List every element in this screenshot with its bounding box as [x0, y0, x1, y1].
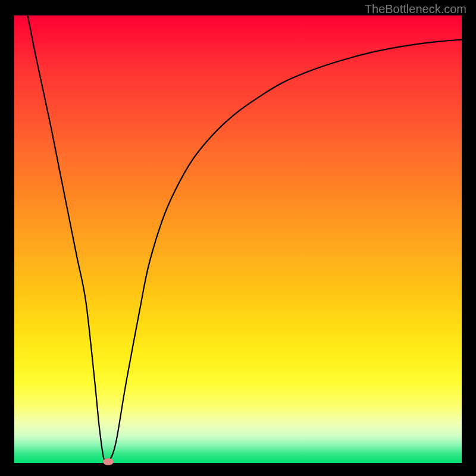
watermark-text: TheBottleneck.com — [365, 2, 466, 16]
plot-area — [14, 15, 462, 463]
minimum-marker-icon — [103, 458, 114, 465]
curve-svg — [14, 15, 462, 463]
bottleneck-curve-path — [28, 15, 462, 462]
chart-frame: TheBottleneck.com — [0, 0, 476, 476]
